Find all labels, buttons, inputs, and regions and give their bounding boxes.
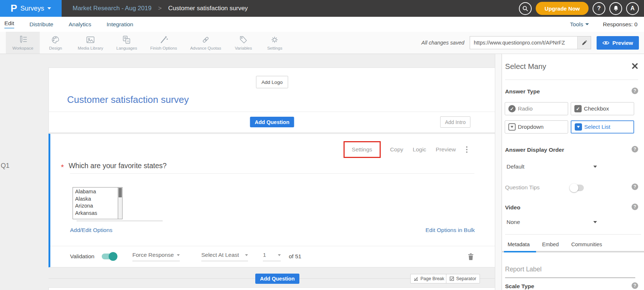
save-status: All changes saved [422,40,465,46]
add-question-button-bottom[interactable]: Add Question [255,274,299,284]
edit-options-bulk-link[interactable]: Edit Options in Bulk [426,227,475,233]
toolbar-item-settings[interactable]: Settings [259,32,290,54]
answer-display-order-dropdown[interactable]: Default [507,163,597,170]
required-marker: * [61,163,64,171]
notifications-button[interactable] [609,2,622,15]
surveys-menu[interactable]: P Surveys [0,0,62,17]
list-scrollbar-thumb[interactable] [119,188,122,197]
add-question-label: Add Question [255,119,289,125]
scale-type-label: Scale Type [505,283,534,290]
question-preview-button[interactable]: Preview [436,146,456,153]
annotation-highlight: Settings [344,141,381,158]
separator-button[interactable]: Separator [446,274,480,283]
survey-title[interactable]: Customer satisfaction survey [67,94,189,105]
page-break-button[interactable]: Page Break [410,274,448,283]
toolbar-item-media-library[interactable]: Media Library [71,32,110,54]
top-bar: P Surveys Market Research - Aug 2019 > C… [0,0,644,17]
question-logic-button[interactable]: Logic [413,146,426,153]
chevron-down-icon [47,7,51,9]
breadcrumb: Market Research - Aug 2019 > Customer sa… [73,5,248,12]
svg-text:A: A [127,39,129,43]
tab-distribute[interactable]: Distribute [30,21,53,28]
add-edit-options-link[interactable]: Add/Edit Options [70,227,112,233]
answer-type-radio[interactable]: ✓ Radio [505,102,568,115]
wand-icon [159,35,168,44]
toolbar-item-design[interactable]: Design [40,32,71,54]
answer-option[interactable]: Alabama [75,188,118,196]
breadcrumb-current: Customer satisfaction survey [168,5,248,12]
tab-metadata[interactable]: Metadata [508,241,529,247]
video-help-icon[interactable]: ? [632,204,638,210]
of-total-label: of 51 [289,253,301,260]
validation-toggle[interactable] [102,254,116,259]
tab-analytics[interactable]: Analytics [69,21,91,28]
more-options-icon[interactable] [465,146,468,154]
toolbar-item-finish-options[interactable]: Finish Options [144,32,184,54]
add-question-button-top[interactable]: Add Question [250,117,294,127]
delete-question-button[interactable] [468,253,474,260]
validation-rule-dropdown[interactable]: Select At Least [201,252,248,261]
toolbar-item-workspace[interactable]: Workspace [6,32,40,54]
search-icon [522,5,528,12]
toolbar-item-label: Settings [267,46,283,50]
editor-toolbar: Workspace Design Media Library A Languag… [0,32,644,54]
question-settings-sidebar: Select Many Answer Type ? ✓ Radio ✓ Chec… [502,54,644,290]
answer-option[interactable]: Arkansas [75,210,118,217]
validation-count-value: 1 [263,252,266,258]
help-button[interactable]: ? [593,2,605,15]
close-icon [632,63,638,69]
question-copy-button[interactable]: Copy [390,146,403,153]
answer-display-order-help-icon[interactable]: ? [632,146,638,152]
main-scrollbar[interactable] [495,54,502,290]
toolbar-item-languages[interactable]: A Languages [110,32,144,54]
toolbar-item-advance-quotas[interactable]: Advance Quotas [183,32,228,54]
tools-label: Tools [570,21,583,28]
question-text[interactable]: Which are your favorite states? [69,162,167,170]
chain-links-icon [201,35,210,44]
answer-option[interactable]: Arizona [75,202,118,210]
edit-url-button[interactable] [577,36,591,49]
tools-menu[interactable]: Tools [570,21,589,28]
search-button[interactable] [519,2,532,15]
question-tips-toggle[interactable] [570,185,584,191]
pencil-icon [582,40,587,46]
avatar[interactable]: A [626,2,639,15]
answer-option[interactable]: Alaska [75,196,118,203]
close-sidebar-button[interactable] [632,63,638,69]
answer-type-checkbox[interactable]: ✓ Checkbox [571,102,634,115]
force-response-dropdown[interactable]: Force Response [132,252,180,261]
list-scrollbar[interactable] [118,187,122,219]
separator-label: Separator [456,276,476,281]
add-logo-label: Add Logo [261,80,283,85]
tab-edit[interactable]: Edit [4,20,14,28]
validation-count-dropdown[interactable]: 1 [263,252,281,261]
chevron-down-icon [245,254,248,256]
report-label-input[interactable] [505,264,635,278]
add-question-label: Add Question [260,276,295,282]
breadcrumb-folder[interactable]: Market Research - Aug 2019 [73,5,151,12]
palette-icon [51,35,60,44]
video-dropdown[interactable]: None [507,219,597,225]
questionpro-logo-icon: P [11,4,17,13]
tab-integration[interactable]: Integration [106,21,133,28]
scale-type-help-icon[interactable]: ? [632,282,638,289]
answer-type-select-list[interactable]: Select List [571,120,634,134]
video-label: Video [505,204,520,211]
answer-type-help-icon[interactable]: ? [632,88,638,94]
toolbar-item-label: Media Library [78,46,103,50]
answer-select-list[interactable]: Alabama Alaska Arizona Arkansas [73,187,123,219]
tab-communities[interactable]: Communities [571,241,602,247]
upgrade-now-button[interactable]: Upgrade Now [536,2,589,15]
question-settings-button[interactable]: Settings [352,146,372,152]
toolbar-item-variables[interactable]: Variables [228,32,259,54]
survey-url-input[interactable] [470,40,577,46]
question-tips-help-icon[interactable]: ? [632,183,638,190]
next-section-card [49,287,496,290]
video-value: None [507,219,520,225]
add-logo-button[interactable]: Add Logo [256,76,288,88]
toolbar-item-label: Languages [116,46,137,50]
preview-button[interactable]: Preview [597,36,639,50]
add-intro-button[interactable]: Add Intro [440,116,470,128]
answer-type-dropdown[interactable]: Dropdown [505,120,568,134]
tab-embed[interactable]: Embed [542,241,559,247]
